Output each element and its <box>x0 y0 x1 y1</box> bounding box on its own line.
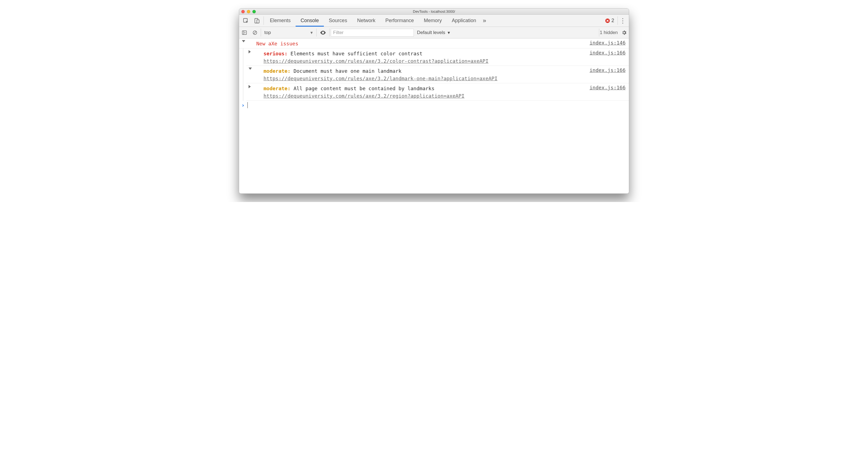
execution-context-label: top <box>264 30 271 35</box>
console-message[interactable]: serious: Elements must have sufficient c… <box>246 49 629 66</box>
source-link[interactable]: index.js:166 <box>590 84 625 91</box>
help-url[interactable]: https://dequeuniversity.com/rules/axe/3.… <box>264 93 464 99</box>
window-controls <box>241 10 256 13</box>
separator <box>264 16 264 25</box>
svg-marker-5 <box>245 32 246 33</box>
panel-tabs: Elements Console Sources Network Perform… <box>265 15 481 27</box>
error-count-badge[interactable]: 2 <box>605 18 614 24</box>
console-toolbar: top ▼ Default levels ▼ 1 hidden <box>239 27 629 38</box>
prompt-caret-icon: › <box>241 102 245 108</box>
clear-console-button[interactable] <box>250 30 260 35</box>
separator <box>316 29 317 36</box>
console-prompt[interactable]: › <box>239 101 629 110</box>
help-url[interactable]: https://dequeuniversity.com/rules/axe/3.… <box>264 75 497 81</box>
svg-rect-2 <box>257 20 259 23</box>
tab-application[interactable]: Application <box>447 15 481 27</box>
tab-label: Performance <box>385 18 414 24</box>
tab-sources[interactable]: Sources <box>324 15 352 27</box>
console-output: New aXe issues index.js:146 serious: Ele… <box>239 38 629 193</box>
message-text: Elements must have sufficient color cont… <box>290 51 423 57</box>
console-group-children: serious: Elements must have sufficient c… <box>239 49 629 101</box>
severity-label: moderate: <box>264 86 290 91</box>
console-message[interactable]: moderate: Document must have one main la… <box>246 66 629 83</box>
source-link[interactable]: index.js:166 <box>590 66 625 73</box>
prompt-cursor <box>247 102 248 108</box>
tab-label: Memory <box>424 18 442 24</box>
hidden-messages-label[interactable]: 1 hidden <box>600 30 618 35</box>
log-levels-selector[interactable]: Default levels ▼ <box>417 30 451 35</box>
help-url[interactable]: https://dequeuniversity.com/rules/axe/3.… <box>264 58 489 64</box>
svg-rect-3 <box>243 31 247 34</box>
svg-point-8 <box>322 32 323 33</box>
svg-line-7 <box>253 31 256 34</box>
tab-console[interactable]: Console <box>296 15 324 27</box>
console-message[interactable]: moderate: All page content must be conta… <box>246 83 629 101</box>
message-text: All page content must be contained by la… <box>293 86 434 91</box>
tab-performance[interactable]: Performance <box>380 15 419 27</box>
disclosure-triangle-icon[interactable] <box>249 85 251 88</box>
execution-context-selector[interactable]: top ▼ <box>261 30 316 35</box>
toggle-console-sidebar-button[interactable] <box>239 30 250 35</box>
tab-elements[interactable]: Elements <box>265 15 296 27</box>
error-count: 2 <box>612 18 614 24</box>
disclosure-triangle-icon[interactable] <box>249 67 252 70</box>
chevron-down-icon: ▼ <box>447 30 451 35</box>
devtools-window: DevTools - localhost:3000/ Elements Cons… <box>239 8 629 194</box>
console-filter-input[interactable] <box>331 29 414 36</box>
tab-label: Network <box>357 18 375 24</box>
toggle-device-toolbar-button[interactable] <box>251 18 262 24</box>
devtools-tabbar: Elements Console Sources Network Perform… <box>239 15 629 27</box>
console-group-label: New aXe issues <box>256 41 299 46</box>
disclosure-triangle-icon[interactable] <box>242 40 245 42</box>
minimize-window-button[interactable] <box>247 10 250 13</box>
more-tabs-button[interactable]: » <box>481 17 488 24</box>
live-expression-button[interactable] <box>317 29 329 36</box>
tab-label: Console <box>301 18 319 24</box>
window-title: DevTools - localhost:3000/ <box>239 9 629 13</box>
close-window-button[interactable] <box>241 10 245 13</box>
zoom-window-button[interactable] <box>252 10 256 13</box>
tab-memory[interactable]: Memory <box>419 15 447 27</box>
tab-network[interactable]: Network <box>352 15 380 27</box>
source-link[interactable]: index.js:166 <box>590 49 625 56</box>
disclosure-triangle-icon[interactable] <box>249 50 251 54</box>
chevron-down-icon: ▼ <box>310 30 314 35</box>
message-text: Document must have one main landmark <box>293 68 401 74</box>
titlebar: DevTools - localhost:3000/ <box>239 8 629 15</box>
severity-label: serious: <box>264 51 287 57</box>
console-group-header[interactable]: New aXe issues index.js:146 <box>239 38 629 49</box>
tab-label: Sources <box>329 18 347 24</box>
tab-label: Application <box>452 18 476 24</box>
console-settings-button[interactable] <box>619 30 629 35</box>
severity-label: moderate: <box>264 68 290 74</box>
source-link[interactable]: index.js:146 <box>590 39 625 46</box>
error-icon <box>605 19 610 23</box>
inspect-element-button[interactable] <box>240 18 251 24</box>
separator <box>261 29 261 36</box>
log-levels-label: Default levels <box>417 30 445 35</box>
tab-label: Elements <box>270 18 290 24</box>
devtools-menu-button[interactable]: ⋮ <box>619 17 627 25</box>
